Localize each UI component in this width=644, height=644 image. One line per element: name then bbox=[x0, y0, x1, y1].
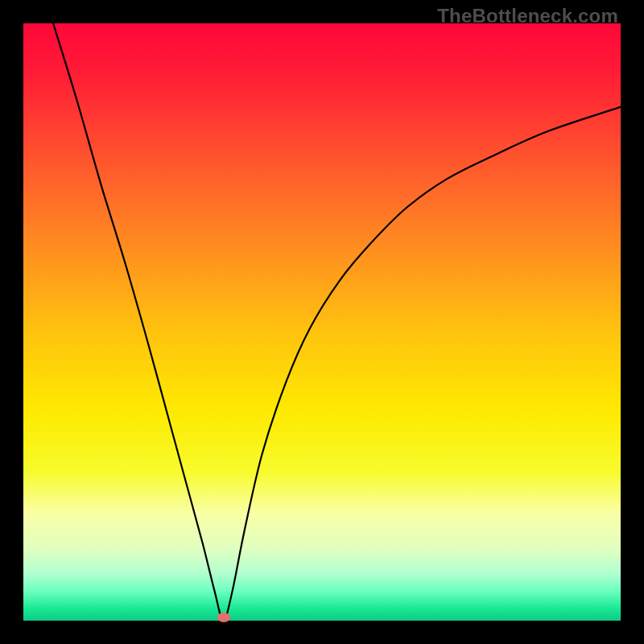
curve-svg bbox=[23, 23, 621, 621]
chart-frame: TheBottleneck.com bbox=[0, 0, 644, 644]
bottleneck-curve bbox=[53, 23, 621, 621]
attribution-text: TheBottleneck.com bbox=[437, 5, 618, 27]
minimum-marker bbox=[217, 613, 230, 622]
plot-area bbox=[23, 23, 621, 621]
